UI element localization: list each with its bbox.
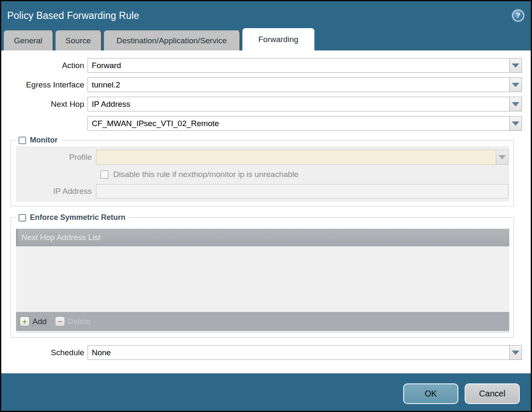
chevron-down-icon bbox=[512, 83, 519, 87]
monitor-ip-input bbox=[96, 184, 508, 198]
symmetric-return-legend-label: Enforce Symmetric Return bbox=[30, 213, 125, 222]
monitor-group: Monitor Profile Disable this rule if nex… bbox=[11, 136, 514, 206]
profile-row: Profile bbox=[16, 150, 508, 165]
table-toolbar: + Add − Delete bbox=[16, 312, 509, 331]
next-hop-row: Next Hop IP Address bbox=[1, 97, 522, 111]
schedule-row: Schedule None bbox=[1, 345, 522, 360]
minus-icon: − bbox=[55, 317, 65, 326]
tab-forwarding[interactable]: Forwarding bbox=[242, 28, 314, 50]
next-hop-address-dropdown-button[interactable] bbox=[509, 116, 522, 131]
chevron-down-icon bbox=[498, 155, 506, 159]
chevron-down-icon bbox=[512, 102, 519, 106]
next-hop-dropdown: IP Address bbox=[88, 97, 522, 111]
disable-rule-row: Disable this rule if nexthop/monitor ip … bbox=[16, 170, 508, 179]
pbf-rule-dialog: Policy Based Forwarding Rule ? General S… bbox=[0, 0, 532, 412]
profile-value bbox=[96, 150, 496, 165]
tab-general[interactable]: General bbox=[4, 30, 53, 50]
egress-interface-dropdown-button[interactable] bbox=[509, 77, 522, 92]
profile-dropdown-button bbox=[496, 150, 508, 165]
table-body-empty[interactable] bbox=[16, 246, 509, 312]
egress-interface-label: Egress Interface bbox=[1, 80, 88, 90]
tab-source[interactable]: Source bbox=[56, 30, 102, 50]
delete-button: − Delete bbox=[55, 317, 91, 326]
add-button-label: Add bbox=[32, 317, 47, 326]
chevron-down-icon bbox=[512, 121, 519, 126]
monitor-legend-label: Monitor bbox=[30, 136, 58, 145]
table-header: Next Hop Address List bbox=[16, 229, 509, 246]
schedule-value[interactable]: None bbox=[88, 345, 509, 360]
chevron-down-icon bbox=[512, 63, 519, 68]
disable-rule-label: Disable this rule if nexthop/monitor ip … bbox=[113, 170, 298, 179]
help-icon[interactable]: ? bbox=[512, 10, 524, 21]
chevron-down-icon bbox=[512, 351, 519, 355]
action-row: Action Forward bbox=[1, 58, 522, 73]
table-bottom-strip bbox=[16, 331, 509, 333]
monitor-ip-label: IP Address bbox=[16, 187, 96, 196]
tab-panel-forwarding: Action Forward Egress Interface tunnel.2… bbox=[1, 50, 531, 373]
action-label: Action bbox=[1, 61, 88, 70]
tab-destination-application-service[interactable]: Destination/Application/Service bbox=[104, 30, 240, 50]
monitor-legend: Monitor bbox=[17, 136, 61, 145]
egress-interface-value[interactable]: tunnel.2 bbox=[88, 77, 509, 92]
profile-label: Profile bbox=[16, 153, 96, 162]
symmetric-return-checkbox[interactable] bbox=[19, 214, 26, 222]
next-hop-address-value[interactable]: CF_MWAN_IPsec_VTI_02_Remote bbox=[88, 116, 509, 131]
dialog-title: Policy Based Forwarding Rule bbox=[7, 10, 139, 21]
plus-icon: + bbox=[20, 317, 29, 326]
profile-dropdown bbox=[96, 150, 508, 165]
ok-button[interactable]: OK bbox=[403, 383, 458, 404]
schedule-dropdown: None bbox=[88, 345, 522, 360]
add-button[interactable]: + Add bbox=[20, 317, 47, 326]
egress-interface-dropdown: tunnel.2 bbox=[88, 77, 522, 92]
symmetric-return-group: Enforce Symmetric Return Next Hop Addres… bbox=[11, 213, 514, 338]
monitor-checkbox[interactable] bbox=[19, 137, 26, 144]
egress-interface-row: Egress Interface tunnel.2 bbox=[1, 77, 522, 92]
schedule-dropdown-button[interactable] bbox=[509, 345, 522, 360]
next-hop-value[interactable]: IP Address bbox=[88, 97, 509, 111]
cancel-button[interactable]: Cancel bbox=[465, 383, 520, 404]
next-hop-address-row: CF_MWAN_IPsec_VTI_02_Remote bbox=[1, 116, 522, 131]
delete-button-label: Delete bbox=[68, 317, 91, 326]
action-dropdown-button[interactable] bbox=[509, 58, 522, 73]
next-hop-dropdown-button[interactable] bbox=[509, 97, 522, 111]
tab-bar: General Source Destination/Application/S… bbox=[1, 28, 531, 50]
next-hop-label: Next Hop bbox=[1, 100, 88, 109]
next-hop-address-dropdown: CF_MWAN_IPsec_VTI_02_Remote bbox=[88, 116, 522, 131]
next-hop-address-table: Next Hop Address List + Add − Delete bbox=[16, 229, 509, 333]
column-header-next-hop-address-list: Next Hop Address List bbox=[21, 233, 101, 242]
schedule-label: Schedule bbox=[1, 348, 88, 357]
action-value[interactable]: Forward bbox=[88, 58, 509, 73]
dialog-footer: OK Cancel bbox=[1, 373, 531, 411]
symmetric-return-legend: Enforce Symmetric Return bbox=[17, 213, 129, 222]
monitor-ip-row: IP Address bbox=[16, 184, 508, 198]
action-dropdown: Forward bbox=[88, 58, 522, 73]
dialog-titlebar: Policy Based Forwarding Rule ? bbox=[1, 1, 531, 28]
monitor-panel: Profile Disable this rule if nexthop/mon… bbox=[16, 146, 509, 202]
disable-rule-checkbox bbox=[100, 170, 109, 179]
